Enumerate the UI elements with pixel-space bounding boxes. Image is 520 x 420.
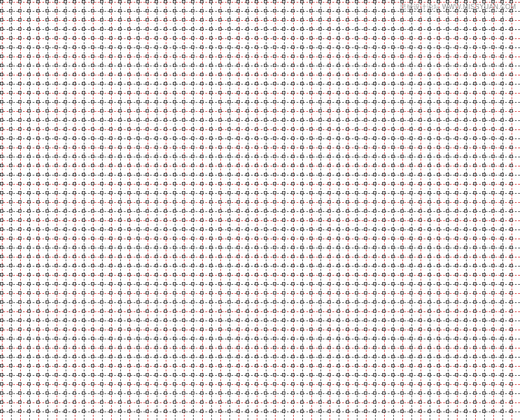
anchor-point[interactable] (100, 355, 103, 358)
anchor-point[interactable] (64, 36, 67, 40)
anchor-point[interactable] (318, 118, 322, 122)
anchor-point[interactable] (446, 228, 449, 231)
anchor-point[interactable] (328, 364, 331, 367)
anchor-point[interactable] (136, 127, 140, 131)
anchor-point[interactable] (246, 346, 249, 349)
anchor-point[interactable] (173, 182, 176, 185)
anchor-point[interactable] (410, 264, 413, 267)
anchor-point[interactable] (355, 209, 358, 213)
anchor-point[interactable] (446, 355, 449, 358)
anchor-point[interactable] (173, 300, 176, 304)
anchor-point[interactable] (100, 109, 103, 112)
anchor-point[interactable] (318, 18, 322, 21)
anchor-point[interactable] (446, 173, 449, 176)
anchor-point[interactable] (309, 291, 313, 295)
anchor-point[interactable] (237, 300, 240, 304)
anchor-point[interactable] (482, 410, 486, 413)
anchor-point[interactable] (410, 364, 413, 367)
anchor-point[interactable] (464, 109, 467, 112)
anchor-point[interactable] (237, 27, 240, 31)
anchor-point[interactable] (255, 64, 258, 67)
anchor-point[interactable] (155, 27, 158, 31)
anchor-point[interactable] (82, 9, 85, 12)
anchor-point[interactable] (36, 118, 40, 122)
anchor-point[interactable] (73, 9, 76, 12)
anchor-point[interactable] (173, 273, 176, 276)
anchor-point[interactable] (419, 127, 422, 131)
anchor-point[interactable] (482, 400, 486, 404)
anchor-point[interactable] (27, 46, 31, 49)
anchor-point[interactable] (428, 309, 431, 313)
anchor-point[interactable] (382, 82, 385, 85)
anchor-point[interactable] (473, 18, 476, 21)
anchor-point[interactable] (64, 100, 67, 103)
anchor-point[interactable] (282, 255, 285, 258)
anchor-point[interactable] (18, 36, 21, 40)
anchor-point[interactable] (73, 91, 76, 94)
anchor-point[interactable] (500, 155, 504, 158)
anchor-point[interactable] (255, 410, 258, 413)
anchor-point[interactable] (346, 0, 349, 3)
anchor-point[interactable] (73, 137, 76, 140)
anchor-point[interactable] (309, 355, 313, 358)
anchor-point[interactable] (510, 218, 513, 222)
anchor-point[interactable] (0, 300, 3, 304)
anchor-point[interactable] (446, 155, 449, 158)
anchor-point[interactable] (282, 355, 285, 358)
anchor-point[interactable] (473, 182, 476, 185)
anchor-point[interactable] (491, 27, 495, 31)
anchor-point[interactable] (364, 0, 367, 3)
anchor-point[interactable] (191, 355, 194, 358)
anchor-point[interactable] (191, 137, 194, 140)
anchor-point[interactable] (491, 309, 495, 313)
anchor-point[interactable] (328, 82, 331, 85)
anchor-point[interactable] (446, 127, 449, 131)
guide-horizontal[interactable] (0, 230, 520, 230)
guide-horizontal[interactable] (0, 93, 520, 94)
anchor-point[interactable] (437, 64, 440, 67)
anchor-point[interactable] (291, 209, 294, 213)
anchor-point[interactable] (218, 137, 222, 140)
anchor-point[interactable] (55, 118, 58, 122)
anchor-point[interactable] (0, 82, 3, 85)
anchor-point[interactable] (27, 218, 31, 222)
anchor-point[interactable] (9, 300, 12, 304)
anchor-point[interactable] (328, 64, 331, 67)
anchor-point[interactable] (82, 55, 85, 58)
anchor-point[interactable] (200, 282, 203, 285)
anchor-point[interactable] (464, 46, 467, 49)
anchor-point[interactable] (246, 300, 249, 304)
anchor-point[interactable] (391, 55, 395, 58)
anchor-point[interactable] (382, 73, 385, 76)
anchor-point[interactable] (118, 355, 122, 358)
anchor-point[interactable] (364, 155, 367, 158)
anchor-point[interactable] (64, 410, 67, 413)
anchor-point[interactable] (410, 246, 413, 249)
anchor-point[interactable] (82, 391, 85, 395)
anchor-point[interactable] (346, 18, 349, 21)
anchor-point[interactable] (500, 264, 504, 267)
anchor-point[interactable] (500, 355, 504, 358)
anchor-point[interactable] (428, 182, 431, 185)
anchor-point[interactable] (446, 9, 449, 12)
anchor-point[interactable] (18, 273, 21, 276)
anchor-point[interactable] (255, 0, 258, 3)
anchor-point[interactable] (328, 46, 331, 49)
anchor-point[interactable] (82, 337, 85, 340)
anchor-point[interactable] (36, 55, 40, 58)
anchor-point[interactable] (419, 9, 422, 12)
anchor-point[interactable] (482, 237, 486, 240)
anchor-point[interactable] (237, 91, 240, 94)
anchor-point[interactable] (82, 18, 85, 21)
anchor-point[interactable] (419, 264, 422, 267)
anchor-point[interactable] (446, 346, 449, 349)
anchor-point[interactable] (200, 127, 203, 131)
anchor-point[interactable] (318, 0, 322, 3)
anchor-point[interactable] (27, 237, 31, 240)
anchor-point[interactable] (400, 109, 404, 112)
anchor-point[interactable] (382, 109, 385, 112)
anchor-point[interactable] (255, 273, 258, 276)
anchor-point[interactable] (500, 191, 504, 194)
anchor-point[interactable] (118, 91, 122, 94)
anchor-point[interactable] (264, 173, 267, 176)
